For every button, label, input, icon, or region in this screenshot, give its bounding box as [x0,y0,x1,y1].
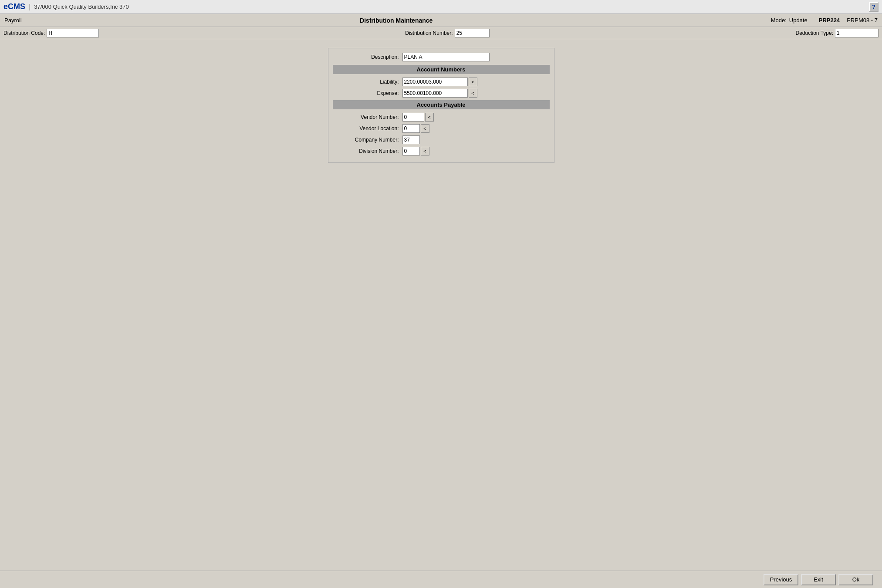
header-bar: Payroll Distribution Maintenance Mode: U… [0,14,882,27]
vendor-number-row: Vendor Number: < [333,113,550,122]
accounts-payable-header: Accounts Payable [333,100,550,109]
form-panel: Description: Account Numbers Liability: … [328,48,554,163]
division-number-row: Division Number: < [333,147,550,155]
form-sub: PRPM08 - 7 [847,17,878,24]
title-bar: eCMS | 37/000 Quick Quality Builders,Inc… [0,0,882,14]
vendor-location-input[interactable] [402,124,420,133]
deduction-type-label: Deduction Type: [795,30,833,36]
mode-section: Mode: Update PRP224 PRPM08 - 7 [771,17,878,24]
mode-value: Update [789,17,808,24]
dist-code-group: Distribution Code: [3,29,99,37]
vendor-location-lookup-button[interactable]: < [421,124,429,133]
bottom-bar: Previous Exit Ok [0,571,882,588]
vendor-number-lookup-button[interactable]: < [425,113,434,122]
dist-number-label: Distribution Number: [405,30,453,36]
description-row: Description: [333,53,550,61]
description-input[interactable] [402,53,490,61]
division-number-input[interactable] [402,147,420,155]
deduction-type-group: Deduction Type: [795,29,879,37]
previous-button[interactable]: Previous [764,574,798,585]
liability-label: Liability: [333,79,402,85]
ecms-logo: eCMS [3,2,25,11]
mode-label: Mode: [771,17,787,24]
expense-lookup-button[interactable]: < [469,89,477,98]
page-title: Distribution Maintenance [22,17,771,24]
module-label: Payroll [4,17,22,24]
fields-bar: Distribution Code: Distribution Number: … [0,27,882,39]
division-number-label: Division Number: [333,148,402,154]
exit-button[interactable]: Exit [801,574,836,585]
vendor-number-input[interactable] [402,113,424,122]
company-number-input[interactable] [402,135,420,144]
main-area: Description: Account Numbers Liability: … [0,39,882,172]
dist-code-input[interactable] [47,29,99,37]
ok-button[interactable]: Ok [838,574,873,585]
dist-code-label: Distribution Code: [3,30,45,36]
account-numbers-header: Account Numbers [333,65,550,74]
vendor-number-label: Vendor Number: [333,114,402,120]
expense-row: Expense: < [333,89,550,98]
division-number-lookup-button[interactable]: < [421,147,429,155]
company-number-row: Company Number: [333,135,550,144]
dist-number-input[interactable] [455,29,490,37]
company-number-label: Company Number: [333,137,402,143]
vendor-location-label: Vendor Location: [333,125,402,132]
title-divider: | [29,3,30,11]
description-label: Description: [333,54,402,60]
help-button[interactable]: ? [869,2,879,12]
form-code: PRP224 [819,17,840,24]
liability-row: Liability: < [333,78,550,86]
dist-number-group: Distribution Number: [405,29,489,37]
vendor-location-row: Vendor Location: < [333,124,550,133]
company-info: 37/000 Quick Quality Builders,Inc 370 [34,3,129,10]
deduction-type-input[interactable] [835,29,879,37]
liability-lookup-button[interactable]: < [469,78,477,86]
expense-label: Expense: [333,90,402,96]
expense-input[interactable] [402,89,468,98]
liability-input[interactable] [402,78,468,86]
